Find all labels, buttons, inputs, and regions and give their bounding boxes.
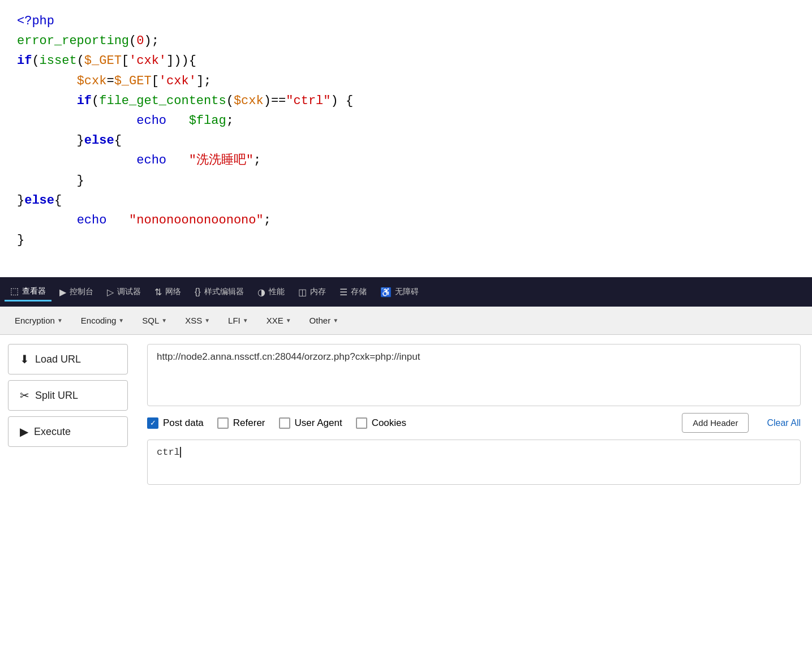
menu-lfi[interactable]: LFI ▼ [220,311,256,330]
execute-label: Execute [34,426,71,438]
devtools-tab-console-label: 控制台 [70,287,93,297]
devtools-tab-accessibility-label: 无障碍 [395,287,419,297]
post-data-textarea[interactable]: ctrl [147,440,801,485]
url-text: http://node2.anna.nssctf.cn:28044/orzorz… [157,351,791,363]
code-area: <?php error_reporting(0); if(isset($_GET… [0,0,812,277]
referer-label: Referer [233,417,265,429]
code-line-9: } [17,171,795,191]
add-header-label: Add Header [693,418,738,428]
menu-sql-label: SQL [142,316,159,325]
code-line-4: $cxk=$_GET['cxk']; [17,71,795,91]
console-icon: ▶ [59,287,66,298]
sql-arrow-icon: ▼ [161,317,167,324]
load-url-button[interactable]: ⬇ Load URL [8,344,128,374]
style-editor-icon: {} [195,287,201,297]
post-data-check-icon: ✓ [150,419,156,427]
menu-xxe[interactable]: XXE ▼ [259,311,299,330]
code-line-1: <?php [17,11,795,31]
menu-encoding[interactable]: Encoding ▼ [73,311,132,330]
debugger-icon: ▷ [107,287,114,298]
devtools-tab-storage-label: 存储 [351,287,367,297]
network-icon: ⇅ [154,287,162,298]
code-line-6: echo $flag; [17,111,795,131]
devtools-tab-storage[interactable]: ☰ 存储 [334,283,372,301]
main-content: ⬇ Load URL ✂ Split URL ▶ Execute http://… [0,335,812,646]
code-line-8: echo "洗洗睡吧"; [17,150,795,170]
user-agent-checkbox-box[interactable] [279,417,290,429]
devtools-tab-style-editor-label: 样式编辑器 [204,287,244,297]
cookies-checkbox-box[interactable] [356,417,367,429]
code-line-12: } [17,230,795,250]
cookies-checkbox[interactable]: Cookies [356,417,406,429]
memory-icon: ◫ [298,287,307,298]
sidebar: ⬇ Load URL ✂ Split URL ▶ Execute [0,335,136,646]
code-line-11: echo "nononoononoonono"; [17,210,795,230]
split-url-label: Split URL [35,390,78,402]
split-url-button[interactable]: ✂ Split URL [8,380,128,411]
xss-arrow-icon: ▼ [204,317,210,324]
devtools-tab-debugger[interactable]: ▷ 调试器 [101,283,147,301]
checkboxes-row: ✓ Post data Referer User Agent Cookies A… [147,413,801,433]
clear-all-label: Clear All [767,418,801,428]
cookies-label: Cookies [372,417,406,429]
other-arrow-icon: ▼ [333,317,338,324]
menu-encoding-label: Encoding [81,316,117,325]
devtools-tab-memory[interactable]: ◫ 内存 [293,283,332,301]
menu-xss-label: XSS [185,316,202,325]
post-data-checkbox-box[interactable]: ✓ [147,417,158,429]
encryption-arrow-icon: ▼ [57,317,63,324]
post-data-value: ctrl [157,447,180,458]
menu-encryption-label: Encryption [15,316,55,325]
clear-all-link[interactable]: Clear All [767,418,801,428]
devtools-tab-performance[interactable]: ◑ 性能 [252,283,290,301]
user-agent-label: User Agent [295,417,342,429]
menu-xss[interactable]: XSS ▼ [177,311,218,330]
referer-checkbox-box[interactable] [217,417,229,429]
execute-button[interactable]: ▶ Execute [8,416,128,447]
post-data-label: Post data [163,417,204,429]
accessibility-icon: ♿ [380,287,392,298]
lfi-arrow-icon: ▼ [243,317,248,324]
menu-sql[interactable]: SQL ▼ [134,311,175,330]
load-url-label: Load URL [35,354,81,365]
performance-icon: ◑ [257,287,265,298]
split-url-icon: ✂ [20,389,29,402]
right-content: http://node2.anna.nssctf.cn:28044/orzorz… [136,335,812,646]
user-agent-checkbox[interactable]: User Agent [279,417,342,429]
post-data-checkbox[interactable]: ✓ Post data [147,417,204,429]
code-line-3: if(isset($_GET['cxk'])){ [17,51,795,71]
inspector-icon: ⬚ [10,286,19,296]
menu-other[interactable]: Other ▼ [302,311,346,330]
add-header-button[interactable]: Add Header [682,413,749,433]
menu-other-label: Other [310,316,331,325]
menu-lfi-label: LFI [228,316,240,325]
code-line-7: }else{ [17,131,795,150]
tool-menu-bar: Encryption ▼ Encoding ▼ SQL ▼ XSS ▼ LFI … [0,307,812,335]
devtools-bar: ⬚ 查看器 ▶ 控制台 ▷ 调试器 ⇅ 网络 {} 样式编辑器 ◑ 性能 ◫ 内… [0,277,812,307]
menu-encryption[interactable]: Encryption ▼ [7,311,71,330]
menu-xxe-label: XXE [267,316,283,325]
code-line-2: error_reporting(0); [17,31,795,51]
devtools-tab-debugger-label: 调试器 [117,287,141,297]
devtools-tab-memory-label: 内存 [310,287,326,297]
encoding-arrow-icon: ▼ [118,317,124,324]
devtools-tab-network[interactable]: ⇅ 网络 [149,283,187,301]
execute-icon: ▶ [20,425,28,438]
code-line-10: }else{ [17,191,795,210]
devtools-tab-accessibility[interactable]: ♿ 无障碍 [375,283,424,301]
devtools-tab-inspector-label: 查看器 [22,286,46,296]
devtools-tab-console[interactable]: ▶ 控制台 [54,283,99,301]
devtools-tab-network-label: 网络 [165,287,181,297]
xxe-arrow-icon: ▼ [286,317,291,324]
load-url-icon: ⬇ [20,352,29,366]
devtools-tab-style-editor[interactable]: {} 样式编辑器 [189,283,250,300]
referer-checkbox[interactable]: Referer [217,417,265,429]
url-input-area[interactable]: http://node2.anna.nssctf.cn:28044/orzorz… [147,344,801,406]
code-line-5: if(file_get_contents($cxk)=="ctrl") { [17,91,795,111]
storage-icon: ☰ [340,287,347,298]
devtools-tab-inspector[interactable]: ⬚ 查看器 [5,282,51,302]
devtools-tab-performance-label: 性能 [269,287,285,297]
